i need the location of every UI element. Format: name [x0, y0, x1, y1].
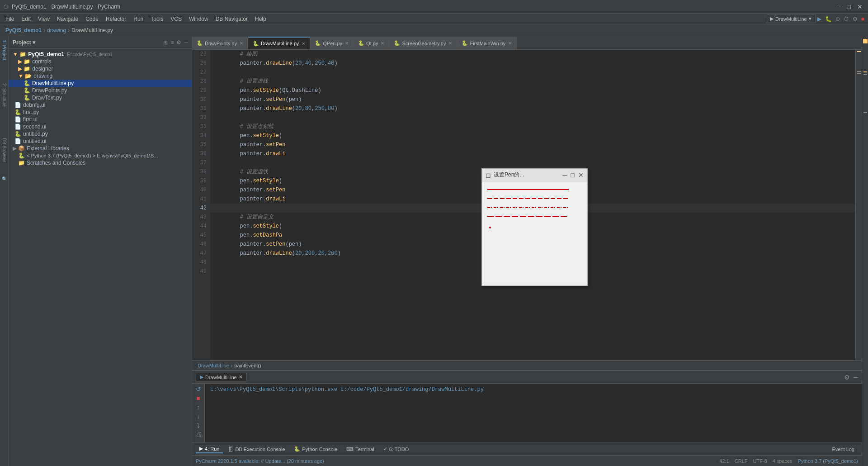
rerun-button[interactable]: ↺ [196, 385, 201, 393]
soft-wrap-button[interactable]: ⤵ [197, 422, 200, 429]
dialog-maximize-button[interactable]: □ [571, 171, 575, 179]
bottom-tab-terminal[interactable]: ⌨ Terminal [343, 445, 378, 453]
close-panel-button[interactable]: ─ [184, 39, 188, 46]
line-separator[interactable]: CRLF [735, 458, 748, 464]
bottom-tab-run[interactable]: ▶ 4: Run [196, 445, 223, 453]
menu-help[interactable]: Help [251, 15, 270, 23]
search-tab[interactable]: 🔍 [1, 174, 8, 183]
breadcrumb-project[interactable]: PyQt5_demo1 [5, 27, 42, 33]
menu-tools[interactable]: Tools [147, 15, 167, 23]
tree-untitled-py-file[interactable]: 🐍 untitled.py [9, 130, 192, 138]
project-tab[interactable]: 1: Project [1, 38, 8, 62]
tree-python37[interactable]: 🐍 < Python 3.7 (PyQt5_demo1) > E:\venvs\… [9, 152, 192, 159]
project-dropdown[interactable]: Project ▾ [13, 39, 35, 46]
run-settings-button[interactable]: ⚙ [844, 374, 850, 381]
tab-qt[interactable]: 🐍 Qt.py ✕ [354, 37, 389, 49]
event-log-tab[interactable]: Event Log [828, 446, 858, 453]
tab-close4[interactable]: ✕ [381, 41, 384, 46]
dialog-controls[interactable]: ─ □ ✕ [563, 171, 584, 179]
editor-tabs: 🐍 DrawPoints.py ✕ 🐍 DrawMultiLine.py ✕ 🐍… [192, 36, 862, 50]
ln-28: 28 [192, 77, 210, 86]
run-tab-close[interactable]: ✕ [239, 374, 243, 380]
titlebar-controls[interactable]: ─ □ ✕ [835, 3, 864, 10]
code-line-37 [210, 158, 855, 167]
run-config[interactable]: ▶ DrawMultiLine ▾ [766, 14, 816, 23]
tab-icon3: 🐍 [315, 40, 321, 46]
tab-close5[interactable]: ✕ [448, 41, 452, 46]
run-button[interactable]: ▶ [817, 16, 821, 22]
tab-drawpoints[interactable]: 🐍 DrawPoints.py ✕ [192, 37, 248, 49]
tab-close[interactable]: ✕ [240, 41, 243, 46]
dialog-minimize-button[interactable]: ─ [563, 171, 567, 179]
expand-all-button[interactable]: ≡ [170, 39, 174, 46]
tree-drawpoints-file[interactable]: 🐍 DrawPoints.py [9, 87, 192, 94]
maximize-button[interactable]: □ [845, 3, 853, 10]
tab-screengeometry[interactable]: 🐍 ScreenGeometry.py ✕ [389, 37, 457, 49]
menu-view[interactable]: View [34, 15, 53, 23]
tree-drawtext-file[interactable]: 🐍 DrawText.py [9, 94, 192, 101]
project-header: Project ▾ ⊞ ≡ ⚙ ─ [9, 36, 192, 49]
menu-window[interactable]: Window [185, 15, 212, 23]
top-warning-indicator[interactable] [863, 39, 868, 43]
menu-edit[interactable]: Edit [18, 15, 34, 23]
tree-drawing-folder[interactable]: ▼ 📂 drawing [9, 72, 192, 80]
tree-scratches[interactable]: 📁 Scratches and Consoles [9, 159, 192, 166]
menu-run[interactable]: Run [130, 15, 147, 23]
menu-code[interactable]: Code [82, 15, 102, 23]
tab-drawmultiline[interactable]: 🐍 DrawMultiLine.py ✕ [248, 37, 310, 49]
cursor-position[interactable]: 42:1 [719, 458, 729, 464]
menu-file[interactable]: File [2, 15, 18, 23]
encoding[interactable]: UTF-8 [753, 458, 767, 464]
menu-navigate[interactable]: Navigate [53, 15, 82, 23]
project-root[interactable]: ▼ 📁 PyQt5_demo1 E:\code\PyQt5_demo1 [9, 51, 192, 58]
scroll-down-button[interactable]: ↓ [197, 413, 200, 420]
close-button[interactable]: ✕ [855, 3, 864, 10]
tree-first-ui-file[interactable]: 📄 first.ui [9, 116, 192, 123]
db-browser-tab[interactable]: DB Browser [1, 136, 8, 164]
indent-setting[interactable]: 4 spaces [773, 458, 793, 464]
tree-untitled-ui-file[interactable]: 📄 untitled.ui [9, 138, 192, 145]
build-button[interactable]: ⚙ [853, 16, 858, 22]
editor-method[interactable]: paintEvent() [234, 363, 261, 368]
editor-class[interactable]: DrawMultiLine [198, 363, 229, 368]
menu-dbnavigator[interactable]: DB Navigator [212, 15, 251, 23]
settings-button[interactable]: ⚙ [176, 39, 181, 46]
profile-button[interactable]: ⏱ [844, 16, 849, 22]
print-button[interactable]: 🖨 [195, 431, 202, 438]
menu-refactor[interactable]: Refactor [102, 15, 130, 23]
stop-button[interactable]: ■ [861, 16, 864, 22]
minimize-button[interactable]: ─ [835, 3, 843, 10]
scroll-up-button[interactable]: ↑ [197, 404, 200, 411]
tree-designer-folder[interactable]: ▶ 📁 designer [9, 65, 192, 72]
menu-vcs[interactable]: VCS [167, 15, 185, 23]
tree-external-libs[interactable]: ▶ 📦 External Libraries [9, 145, 192, 152]
tab-firstmainwin[interactable]: 🐍 FirstMainWin.py ✕ [457, 37, 517, 49]
bottom-tab-db-execution[interactable]: 🗄 DB Execution Console [225, 446, 288, 453]
dialog-close-button[interactable]: ✕ [578, 171, 584, 179]
debug-button[interactable]: 🐛 [825, 16, 832, 22]
tab-close6[interactable]: ✕ [508, 41, 512, 46]
tree-second-ui-file[interactable]: 📄 second.ui [9, 123, 192, 130]
stop-run-button[interactable]: ■ [196, 395, 200, 402]
structure-tab[interactable]: 2: Structure [1, 81, 8, 109]
bottom-tab-python-console[interactable]: 🐍 Python Console [290, 445, 341, 453]
tree-debnfg-file[interactable]: 📄 debnfg.ui [9, 101, 192, 109]
breadcrumb-file[interactable]: DrawMultiLine.py [71, 27, 113, 33]
tree-first-py-file[interactable]: 🐍 first.py [9, 109, 192, 116]
run-tab[interactable]: ▶ DrawMultiLine ✕ [196, 373, 247, 381]
dot-sample [487, 223, 582, 232]
tab-qpen[interactable]: 🐍 QPen.py ✕ [310, 37, 354, 49]
breadcrumb-folder[interactable]: drawing [47, 27, 66, 33]
python-version[interactable]: Python 3.7 (PyQt5_demo1) [798, 458, 858, 464]
status-update-text[interactable]: PyCharm 2020.1.5 available: // Update...… [196, 458, 324, 464]
coverage-button[interactable]: ⊙ [835, 16, 840, 22]
collapse-all-button[interactable]: ⊞ [163, 39, 168, 46]
tab-close3[interactable]: ✕ [345, 41, 349, 46]
tree-controls-folder[interactable]: ▶ 📁 controls [9, 58, 192, 65]
run-collapse-button[interactable]: ─ [854, 374, 858, 381]
bottom-tab-todo[interactable]: ✓ 6: TODO [380, 445, 413, 453]
tree-drawmultiline-file[interactable]: 🐍 DrawMultiLine.py [9, 80, 192, 87]
code-editor: 25 26 27 28 29 30 31 32 33 34 35 36 37 3… [192, 50, 862, 360]
tab-close2[interactable]: ✕ [302, 41, 305, 46]
todo-icon: ✓ [383, 446, 387, 452]
